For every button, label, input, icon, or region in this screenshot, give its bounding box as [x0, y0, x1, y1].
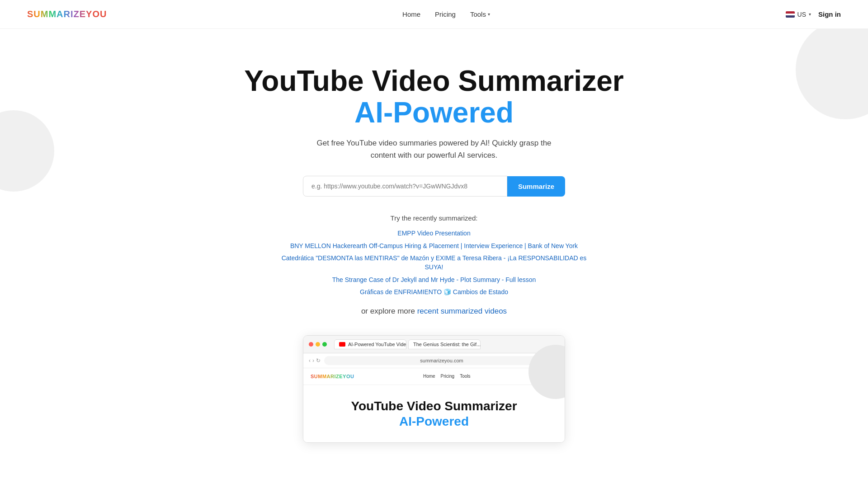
browser-tab-2[interactable]: The Genius Scientist: the Gif... ✕: [408, 339, 481, 349]
recent-link-1[interactable]: EMPP Video Presentation: [397, 229, 470, 238]
hero-section: YouTube Video Summarizer AI-Powered Get …: [0, 29, 868, 461]
minimize-window-icon[interactable]: [316, 342, 320, 347]
explore-more: or explore more recent summarized videos: [307, 305, 561, 317]
refresh-icon[interactable]: ↻: [316, 357, 321, 364]
inner-site-logo: SUMMARIZEYOU: [311, 374, 354, 379]
navbar: SUMMARIZEYOU Home Pricing Tools ▾ US ▾ S…: [0, 0, 868, 29]
browser-toolbar: AI-Powered YouTube Video... ✕ The Genius…: [303, 336, 565, 353]
browser-mockup: AI-Powered YouTube Video... ✕ The Genius…: [303, 335, 565, 443]
recent-link-4[interactable]: The Strange Case of Dr Jekyll and Mr Hyd…: [332, 276, 536, 285]
nav-right: US ▾ Sign in: [786, 10, 841, 18]
explore-more-link[interactable]: recent summarized videos: [417, 307, 507, 315]
close-window-icon[interactable]: [309, 342, 313, 347]
recent-link-5[interactable]: Gráficas de ENFRIAMIENTO 🧊 Cambios de Es…: [360, 288, 508, 297]
summarize-button[interactable]: Summarize: [507, 176, 565, 197]
browser-inner-navbar: SUMMARIZEYOU Home Pricing Tools: [303, 368, 565, 385]
browser-window-controls: [309, 342, 327, 347]
language-selector[interactable]: US ▾: [786, 11, 811, 18]
recent-link-3[interactable]: Catedrática "DESMONTA las MENTIRAS" de M…: [276, 254, 592, 272]
chevron-down-icon: ▾: [488, 12, 490, 17]
search-bar: Summarize: [303, 176, 565, 197]
hero-title: YouTube Video Summarizer AI-Powered: [9, 65, 859, 129]
browser-page-content: YouTube Video Summarizer AI-Powered: [303, 385, 565, 442]
inner-hero-title: YouTube Video Summarizer AI-Powered: [312, 399, 556, 429]
browser-tabs: AI-Powered YouTube Video... ✕ The Genius…: [334, 339, 559, 349]
inner-nav-links: Home Pricing Tools: [423, 374, 471, 379]
chevron-down-icon: ▾: [809, 12, 811, 17]
back-arrow-icon[interactable]: ‹: [309, 357, 311, 364]
nav-home[interactable]: Home: [402, 10, 420, 18]
nav-tools[interactable]: Tools ▾: [470, 10, 490, 18]
sign-in-button[interactable]: Sign in: [818, 10, 841, 18]
nav-pricing[interactable]: Pricing: [435, 10, 456, 18]
url-address-bar[interactable]: summarizeyou.com: [324, 356, 559, 365]
youtube-favicon-icon: [339, 342, 345, 347]
maximize-window-icon[interactable]: [322, 342, 327, 347]
url-input[interactable]: [303, 176, 507, 197]
recent-links-list: EMPP Video Presentation BNY MELLON Hacke…: [9, 229, 859, 297]
browser-address-bar: ‹ › ↻ summarizeyou.com: [303, 353, 565, 368]
recent-link-2[interactable]: BNY MELLON Hackerearth Off-Campus Hiring…: [290, 242, 578, 251]
browser-tab-1[interactable]: AI-Powered YouTube Video... ✕: [334, 339, 406, 349]
recent-section: Try the recently summarized: EMPP Video …: [9, 213, 859, 317]
nav-links: Home Pricing Tools ▾: [402, 10, 490, 18]
hero-subtitle: Get free YouTube video summaries powered…: [307, 137, 561, 161]
try-recently-label: Try the recently summarized:: [307, 213, 561, 224]
browser-nav-arrows: ‹ › ↻: [309, 357, 321, 364]
site-logo[interactable]: SUMMARIZEYOU: [27, 9, 107, 19]
forward-arrow-icon[interactable]: ›: [312, 357, 314, 364]
us-flag-icon: [786, 11, 795, 18]
